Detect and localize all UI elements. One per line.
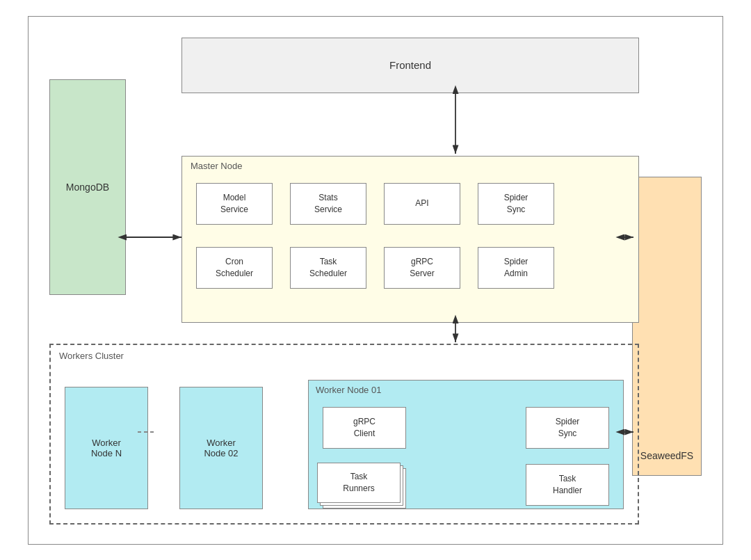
seaweedfs-box: SeaweedFS [632,177,702,476]
diagram-container: Frontend MongoDB SeaweedFS Master Node M… [28,16,723,545]
task-runners-box: TaskRunners [317,463,401,503]
grpc-server-box: gRPCServer [384,247,460,289]
master-node-box: Master Node ModelService StatsService AP… [181,156,639,323]
grpc-client-box: gRPCClient [323,407,406,449]
spider-admin-box: SpiderAdmin [478,247,554,289]
worker-node01-box: Worker Node 01 gRPCClient SpiderSync Tas… [308,380,624,509]
task-scheduler-box: TaskScheduler [290,247,366,289]
worker-nodeN-label: WorkerNode N [91,438,122,458]
frontend-box: Frontend [181,38,639,93]
worker-node01-label: Worker Node 01 [316,385,381,395]
mongodb-label: MongoDB [66,182,109,193]
model-service-box: ModelService [196,183,273,225]
mongodb-box: MongoDB [49,79,126,295]
worker-nodeN-box: WorkerNode N [65,387,148,509]
workers-cluster-label: Workers Cluster [59,351,124,361]
task-handler-box: TaskHandler [526,464,609,506]
workers-cluster-box: Workers Cluster WorkerNode N WorkerNode … [49,344,639,525]
spider-sync-box: SpiderSync [478,183,554,225]
seaweedfs-label: SeaweedFS [640,450,693,461]
cron-scheduler-box: CronScheduler [196,247,273,289]
stats-service-box: StatsService [290,183,366,225]
frontend-label: Frontend [389,59,431,71]
master-node-label: Master Node [191,161,242,171]
spider-sync-worker-box: SpiderSync [526,407,609,449]
api-box: API [384,183,460,225]
task-runners-stack: TaskRunners [317,463,411,510]
worker-node02-box: WorkerNode 02 [179,387,263,509]
worker-node02-label: WorkerNode 02 [204,438,238,458]
